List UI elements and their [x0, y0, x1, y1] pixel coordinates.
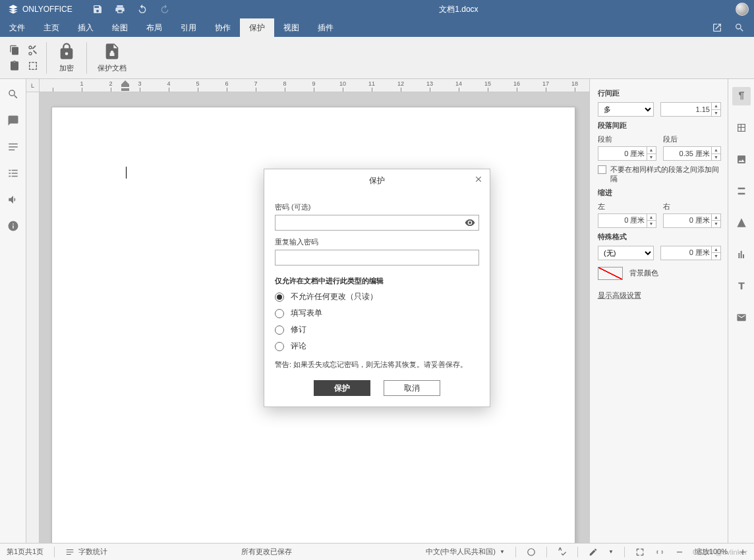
radio-icon[interactable]	[275, 293, 284, 302]
radio-label: 评论	[291, 341, 306, 352]
repeat-password-label: 重复输入密码	[275, 237, 479, 247]
edit-section-label: 仅允许在文档中进行此类型的编辑	[275, 276, 479, 286]
radio-row-3[interactable]: 评论	[275, 341, 479, 352]
radio-icon[interactable]	[275, 342, 284, 351]
modal-backdrop: 保护 密码 (可选) 重复输入密码 仅允许在文档中进行此类型的编辑 不允许任何更…	[0, 0, 754, 560]
password-label: 密码 (可选)	[275, 202, 479, 212]
password-input[interactable]	[275, 215, 479, 231]
eye-icon[interactable]	[465, 217, 475, 230]
warning-text: 警告: 如果丢失或忘记密码，则无法将其恢复。请妥善保存。	[275, 360, 479, 370]
radio-label: 填写表单	[291, 308, 322, 319]
radio-row-1[interactable]: 填写表单	[275, 308, 479, 319]
radio-row-0[interactable]: 不允许任何更改（只读）	[275, 291, 479, 302]
radio-row-2[interactable]: 修订	[275, 324, 479, 335]
close-icon[interactable]	[474, 175, 483, 186]
cancel-button[interactable]: 取消	[384, 380, 440, 396]
radio-label: 不允许任何更改（只读）	[291, 291, 378, 302]
repeat-password-input[interactable]	[275, 250, 479, 266]
dialog-header: 保护	[264, 169, 490, 193]
radio-icon[interactable]	[275, 325, 284, 335]
radio-icon[interactable]	[275, 309, 284, 318]
dialog-title: 保护	[369, 175, 385, 186]
protect-dialog: 保护 密码 (可选) 重复输入密码 仅允许在文档中进行此类型的编辑 不允许任何更…	[264, 169, 490, 407]
radio-label: 修订	[291, 324, 306, 335]
ok-button[interactable]: 保护	[314, 380, 370, 396]
